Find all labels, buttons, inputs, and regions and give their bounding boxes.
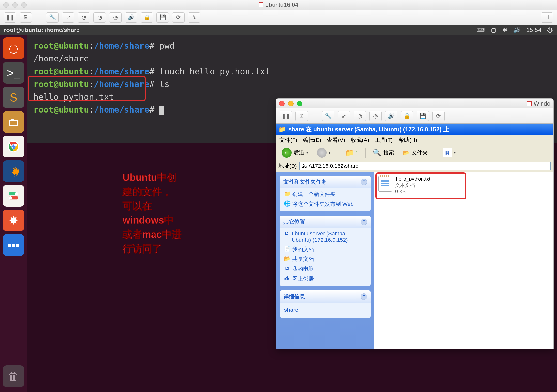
details-name: share (284, 305, 367, 315)
terminal-output-1: /home/share (33, 52, 551, 65)
sound-button[interactable]: 🔊 (385, 111, 397, 121)
search-button[interactable]: 🔍 搜索 (370, 147, 397, 158)
sync-button[interactable]: ⟳ (432, 111, 445, 121)
disk-button-3[interactable]: ◔ (109, 12, 122, 23)
launcher-terminal-icon[interactable]: >_ (3, 62, 24, 84)
menu-view[interactable]: 查看(V) (327, 136, 345, 144)
sync-button[interactable]: ⟳ (172, 12, 185, 23)
unity-button[interactable]: ❐ (541, 12, 553, 23)
back-button[interactable]: ← 后退 ▾ (278, 146, 311, 159)
chevron-down-icon[interactable]: ▾ (329, 151, 330, 155)
svg-point-8 (9, 196, 12, 199)
xp-panel-tasks-header[interactable]: 文件和文件夹任务 ˄ (280, 176, 371, 188)
views-button[interactable]: ▦ ▾ (439, 146, 459, 159)
svg-point-6 (15, 192, 18, 195)
snapshot-button[interactable]: 🗎 (20, 12, 32, 23)
new-folder-icon: 📁 (284, 191, 290, 197)
shared-folder-icon: 📂 (284, 256, 290, 262)
xp-panel-tasks: 文件和文件夹任务 ˄ 📁 创建一个新文件夹 🌐 (280, 176, 371, 211)
save-button[interactable]: 💾 (417, 111, 429, 121)
chevron-up-icon[interactable]: ˄ (361, 219, 367, 225)
xp-explorer-window: 📁 share 在 ubuntu server (Samba, Ubuntu) … (276, 124, 553, 349)
ubuntu-tray: ⌨ ▢ ✱ 🔊 15:54 ⏻ (476, 27, 553, 33)
launcher-dash-icon[interactable]: ◌ (3, 37, 24, 59)
xp-content[interactable]: hello_python.txt 文本文档 0 KB (374, 172, 553, 349)
other-network[interactable]: 🖧 网上邻居 (284, 275, 367, 283)
launcher-firefox-icon[interactable] (3, 160, 24, 182)
folders-button[interactable]: 📂 文件夹 (400, 147, 431, 158)
other-server[interactable]: 🖥 ubuntu server (Samba, Ubuntu) (172.16.… (284, 230, 367, 243)
power-icon[interactable]: ⏻ (547, 27, 553, 33)
menu-file[interactable]: 文件(F) (279, 136, 297, 144)
terminal-cmd-pwd: pwd (159, 41, 174, 51)
xp-panel-other-header[interactable]: 其它位置 ˄ (280, 216, 371, 228)
settings-button[interactable]: 🔧 (322, 111, 334, 121)
other-mycomputer[interactable]: 🖥 我的电脑 (284, 265, 367, 273)
chevron-up-icon[interactable]: ˄ (361, 293, 367, 300)
vm-icon (527, 101, 532, 106)
chevron-down-icon[interactable]: ▾ (454, 151, 456, 155)
launcher-app-icon[interactable]: ▪▪▪ (3, 234, 24, 256)
pause-button[interactable]: ❚❚ (280, 111, 292, 121)
launcher-update-icon[interactable]: ✸ (3, 210, 24, 231)
launcher-chrome-icon[interactable] (3, 136, 24, 157)
separator (338, 148, 338, 158)
network-button[interactable]: ↯ (188, 12, 200, 23)
menu-help[interactable]: 帮助(H) (399, 136, 417, 144)
menu-favorites[interactable]: 收藏(A) (351, 136, 369, 144)
disk-button-2[interactable]: ◔ (93, 12, 106, 23)
xp-panel-other: 其它位置 ˄ 🖥 ubuntu server (Samba, Ubuntu) (… (280, 216, 371, 286)
lock-button[interactable]: 🔒 (141, 12, 153, 23)
address-value: \\172.16.0.152\share (309, 163, 359, 169)
fullscreen-button[interactable]: ⤢ (62, 12, 74, 23)
bluetooth-icon[interactable]: ✱ (502, 27, 507, 33)
lock-button[interactable]: 🔒 (401, 111, 413, 121)
folder-up-icon: 📁↑ (345, 148, 358, 157)
display-icon[interactable]: ▢ (491, 27, 496, 33)
volume-icon[interactable]: 🔊 (513, 27, 521, 33)
save-button[interactable]: 💾 (156, 12, 169, 23)
annotation-text: Ubuntu中创 建的文件， 可以在 windows中 或者mac中进 行访问了 (123, 170, 182, 256)
launcher-settings-icon[interactable] (3, 185, 24, 207)
disk-button-2[interactable]: ◔ (369, 111, 382, 121)
arrow-right-icon: → (317, 148, 327, 158)
clock[interactable]: 15:54 (526, 27, 541, 33)
launcher-trash-icon[interactable]: 🗑 (3, 365, 24, 387)
other-mydocs[interactable]: 📄 我的文档 (284, 246, 367, 253)
snapshot-button[interactable]: 🗎 (295, 111, 308, 121)
disk-button-1[interactable]: ◔ (354, 111, 366, 121)
xp-sidebar: 文件和文件夹任务 ˄ 📁 创建一个新文件夹 🌐 (276, 172, 374, 349)
other-shared[interactable]: 📂 共享文档 (284, 256, 367, 263)
chevron-down-icon[interactable]: ▾ (306, 151, 308, 155)
task-new-folder[interactable]: 📁 创建一个新文件夹 (284, 191, 367, 198)
search-icon: 🔍 (373, 149, 381, 157)
vm1-toolbar: ❚❚ 🗎 🔧 ⤢ ◔ ◔ ◔ 🔊 🔒 💾 ⟳ ↯ ❐ (0, 10, 557, 25)
task-publish-web[interactable]: 🌐 将这个文件夹发布到 Web (284, 200, 367, 208)
disk-button-1[interactable]: ◔ (78, 12, 90, 23)
xp-panel-details-header[interactable]: 详细信息 ˄ (280, 290, 371, 303)
xp-addressbar: 地址(D) 🖧 \\172.16.0.152\share (276, 160, 553, 172)
documents-icon: 📄 (284, 246, 290, 252)
chevron-up-icon[interactable]: ˄ (361, 179, 367, 185)
forward-button[interactable]: → ▾ (314, 146, 334, 159)
sound-button[interactable]: 🔊 (125, 12, 137, 23)
pause-button[interactable]: ❚❚ (4, 12, 16, 23)
arrow-left-icon: ← (282, 148, 292, 158)
settings-button[interactable]: 🔧 (46, 12, 59, 23)
network-icon: 🖧 (284, 275, 290, 282)
menu-edit[interactable]: 编辑(E) (303, 136, 321, 144)
xp-panel-details: 详细信息 ˄ share (280, 290, 371, 318)
launcher-files-icon[interactable]: 🗀 (3, 111, 24, 133)
vm2-titlebar: Windo (276, 99, 553, 108)
up-folder-button[interactable]: 📁↑ (342, 147, 361, 159)
xp-menubar: 文件(F) 编辑(E) 查看(V) 收藏(A) 工具(T) 帮助(H) (276, 135, 553, 145)
xp-titlebar[interactable]: 📁 share 在 ubuntu server (Samba, Ubuntu) … (276, 124, 553, 135)
computer-icon: 🖥 (284, 230, 289, 237)
address-input[interactable]: 🖧 \\172.16.0.152\share (299, 162, 551, 170)
vm1-title: ubuntu16.04 (0, 1, 557, 8)
keyboard-icon[interactable]: ⌨ (476, 27, 485, 33)
fullscreen-button[interactable]: ⤢ (338, 111, 350, 121)
launcher-sublime-icon[interactable]: S (3, 87, 24, 108)
menu-tools[interactable]: 工具(T) (375, 136, 393, 144)
terminal-highlight (28, 76, 146, 101)
